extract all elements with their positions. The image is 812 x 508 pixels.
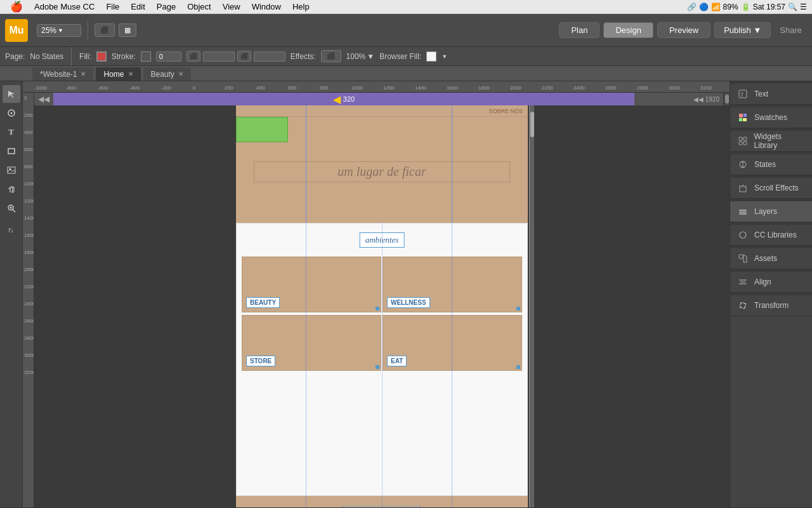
hand-tool[interactable] bbox=[3, 180, 20, 198]
panel-header-widgets[interactable]: Widgets Library bbox=[730, 131, 812, 151]
apple-menu-icon[interactable]: 🍎 bbox=[5, 1, 28, 13]
vruler-mark: 1400 bbox=[23, 215, 34, 221]
grid-cell-beauty[interactable]: BEAUTY bbox=[242, 257, 381, 312]
panel-section-swatches: Swatches bbox=[730, 107, 812, 128]
simples-text-box[interactable]: Simples, leve,gentil descolado bbox=[343, 506, 421, 507]
tab-website1-label: *Website-1 bbox=[40, 70, 77, 79]
zoom-control[interactable]: 25% ▼ bbox=[37, 24, 81, 37]
ruler-mark: 2600 bbox=[605, 85, 617, 91]
text-tool[interactable]: T bbox=[3, 123, 20, 141]
size-btn-2[interactable]: ⬛ bbox=[237, 51, 251, 62]
preview-button[interactable]: Preview bbox=[657, 22, 710, 38]
plan-button[interactable]: Plan bbox=[559, 22, 599, 38]
select-tool[interactable] bbox=[3, 85, 20, 103]
menu-item-help[interactable]: Help bbox=[287, 2, 315, 11]
battery-icon: 🔋 bbox=[741, 3, 750, 11]
type-style-tool[interactable]: T₁ bbox=[3, 221, 20, 239]
effects-toggle[interactable]: ⬛ bbox=[321, 50, 341, 62]
grid-cell-store[interactable]: STORE bbox=[242, 315, 381, 371]
vruler-mark: 2800 bbox=[23, 335, 34, 341]
store-resize-handle[interactable] bbox=[376, 365, 379, 369]
tab-beauty[interactable]: Beauty ✕ bbox=[143, 67, 192, 81]
menu-item-window[interactable]: Window bbox=[247, 2, 286, 11]
panel-header-states[interactable]: States bbox=[730, 154, 812, 175]
breakpoint-collapse-left[interactable]: ◀◀ bbox=[34, 95, 53, 104]
breakpoint-right-section: ◀ ◀ 1920 bbox=[634, 93, 723, 105]
scroll-effects-panel-icon bbox=[737, 182, 749, 194]
menu-item-adobemuse[interactable]: Adobe Muse CC bbox=[29, 2, 100, 11]
svg-rect-32 bbox=[740, 307, 742, 308]
resize-btn[interactable]: ⬛ bbox=[95, 23, 115, 37]
size-input-1[interactable] bbox=[203, 51, 235, 62]
tab-beauty-close[interactable]: ✕ bbox=[178, 70, 183, 77]
size-input-2[interactable] bbox=[254, 51, 285, 62]
menu-item-view[interactable]: View bbox=[218, 2, 246, 11]
bottom-section: Simples, leve,gentil descolado É um luga… bbox=[236, 496, 528, 507]
breakpoint-scrollbar[interactable] bbox=[723, 93, 730, 105]
vertical-ruler: 0 200 400 600 800 1000 1200 1400 1600 18… bbox=[23, 93, 34, 507]
scroll-indicator[interactable] bbox=[529, 105, 534, 507]
effects-pct-control[interactable]: 100% ▼ bbox=[346, 52, 375, 61]
svg-point-1 bbox=[10, 112, 12, 114]
svg-rect-2 bbox=[8, 149, 15, 154]
horizontal-ruler: -1000 -800 -600 -400 -200 0 200 400 600 … bbox=[23, 81, 730, 93]
panel-header-cc-libraries[interactable]: CC Libraries bbox=[730, 225, 812, 245]
tab-website1-close[interactable]: ✕ bbox=[81, 70, 86, 77]
assets-panel-icon bbox=[737, 252, 749, 265]
vruler-mark: 1600 bbox=[23, 232, 34, 238]
search-icon[interactable]: 🔍 bbox=[788, 3, 797, 11]
layout-btn[interactable]: ▦ bbox=[119, 23, 136, 37]
panel-header-transform[interactable]: Transform bbox=[730, 295, 812, 316]
header-bar: SOBRE NÓS bbox=[236, 105, 528, 117]
eat-resize-handle[interactable] bbox=[516, 365, 520, 369]
wellness-resize-handle[interactable] bbox=[516, 307, 520, 311]
panel-header-align[interactable]: Align bbox=[730, 272, 812, 292]
main-text-box[interactable]: um lugar de ficar bbox=[254, 161, 510, 182]
tab-website1[interactable]: *Website-1 ✕ bbox=[32, 67, 94, 81]
panel-header-assets[interactable]: Assets bbox=[730, 248, 812, 269]
page-state[interactable]: No States bbox=[30, 52, 63, 61]
tab-home[interactable]: Home ✕ bbox=[95, 67, 141, 81]
zoom-tool[interactable] bbox=[3, 199, 20, 217]
page-canvas[interactable]: SOBRE NÓS um lugar de ficar bbox=[236, 105, 528, 507]
breakpoint-pin-icon: ◀ bbox=[333, 93, 341, 105]
ruler-mark: -600 bbox=[98, 85, 108, 91]
green-rect[interactable] bbox=[236, 117, 288, 142]
effects-pct-value: 100% bbox=[346, 52, 366, 61]
grid-cell-wellness[interactable]: WELLNESS bbox=[383, 257, 522, 312]
panel-header-scroll-effects[interactable]: Scroll Effects bbox=[730, 178, 812, 198]
image-tool[interactable] bbox=[3, 161, 20, 179]
crop-tool[interactable] bbox=[3, 104, 20, 122]
ruler-mark: 1600 bbox=[447, 85, 458, 91]
panel-header-text[interactable]: T Text bbox=[730, 84, 812, 104]
menu-item-object[interactable]: Object bbox=[182, 2, 216, 11]
grid-cell-eat[interactable]: EAT bbox=[383, 315, 522, 371]
toolbar: Mu 25% ▼ ⬛ ▦ Plan Design Preview Publish… bbox=[0, 14, 812, 47]
ruler-mark: 1400 bbox=[415, 85, 426, 91]
panel-section-align: Align bbox=[730, 272, 812, 293]
ambientes-box[interactable]: ambientes bbox=[360, 232, 405, 248]
tab-beauty-label: Beauty bbox=[151, 70, 174, 79]
menu-item-edit[interactable]: Edit bbox=[126, 2, 150, 11]
fill-swatch[interactable] bbox=[96, 51, 107, 62]
size-btn-1[interactable]: ⬛ bbox=[187, 51, 200, 62]
design-button[interactable]: Design bbox=[603, 22, 653, 38]
tab-home-close[interactable]: ✕ bbox=[128, 70, 133, 77]
browser-fill-arrow[interactable]: ▼ bbox=[442, 53, 447, 60]
menu-item-file[interactable]: File bbox=[101, 2, 124, 11]
menu-icon[interactable]: ☰ bbox=[800, 3, 807, 11]
stroke-swatch[interactable] bbox=[141, 51, 151, 62]
widgets-panel-label: Widgets Library bbox=[754, 132, 806, 150]
canvas-scroll[interactable]: ◀◀ ◀ 320 ◀ ◀ 1920 bbox=[34, 93, 730, 507]
stroke-input[interactable]: 0 bbox=[156, 51, 181, 62]
browser-fill-swatch[interactable] bbox=[426, 51, 436, 62]
panel-header-layers[interactable]: Layers bbox=[730, 201, 812, 222]
svg-line-6 bbox=[13, 210, 15, 212]
svg-rect-31 bbox=[744, 303, 745, 304]
right-panel: T Text Swatches Widgets Lib bbox=[730, 81, 812, 507]
beauty-resize-handle[interactable] bbox=[376, 307, 379, 311]
panel-header-swatches[interactable]: Swatches bbox=[730, 107, 812, 128]
publish-button[interactable]: Publish ▼ bbox=[714, 22, 771, 38]
menu-item-page[interactable]: Page bbox=[152, 2, 181, 11]
rectangle-tool[interactable] bbox=[3, 142, 20, 160]
